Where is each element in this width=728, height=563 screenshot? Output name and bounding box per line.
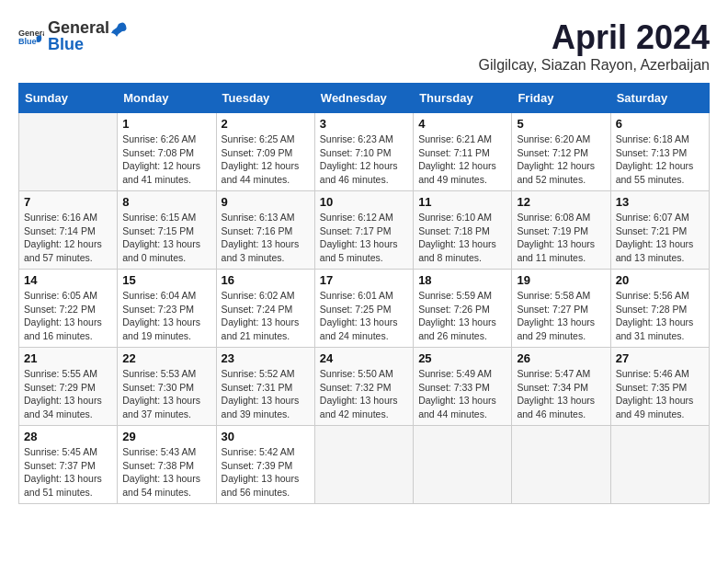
day-sunset: Sunset: 7:25 PM — [320, 304, 392, 315]
weekday-header-saturday: Saturday — [610, 84, 709, 113]
day-sunset: Sunset: 7:34 PM — [517, 382, 588, 393]
day-daylight: Daylight: 13 hours and 21 minutes. — [222, 316, 300, 341]
calendar-table: SundayMondayTuesdayWednesdayThursdayFrid… — [18, 83, 710, 504]
title-area: April 2024 Gilgilcay, Siazan Rayon, Azer… — [479, 18, 710, 74]
calendar-cell: 9 Sunrise: 6:13 AM Sunset: 7:16 PM Dayli… — [216, 191, 314, 270]
day-daylight: Daylight: 13 hours and 51 minutes. — [24, 473, 102, 498]
day-sunrise: Sunrise: 6:12 AM — [320, 212, 393, 223]
day-daylight: Daylight: 13 hours and 39 minutes. — [222, 395, 300, 419]
day-daylight: Daylight: 13 hours and 46 minutes. — [517, 395, 595, 419]
day-daylight: Daylight: 13 hours and 56 minutes. — [222, 473, 300, 498]
day-sunrise: Sunrise: 6:26 AM — [122, 133, 196, 144]
day-sunrise: Sunrise: 5:45 AM — [24, 446, 97, 457]
logo: General Blue General Blue — [18, 18, 128, 54]
day-sunrise: Sunrise: 6:16 AM — [24, 212, 97, 223]
calendar-cell: 28 Sunrise: 5:45 AM Sunset: 7:37 PM Dayl… — [19, 426, 118, 504]
day-sunset: Sunset: 7:39 PM — [222, 460, 293, 471]
day-daylight: Daylight: 13 hours and 49 minutes. — [616, 395, 694, 419]
header: General Blue General Blue April 2024 Gil… — [18, 18, 710, 74]
day-sunrise: Sunrise: 5:42 AM — [222, 446, 295, 457]
day-number: 4 — [418, 117, 506, 131]
day-sunset: Sunset: 7:19 PM — [517, 225, 588, 236]
day-sunrise: Sunrise: 5:50 AM — [320, 368, 393, 379]
calendar-cell — [314, 426, 413, 504]
calendar-cell: 26 Sunrise: 5:47 AM Sunset: 7:34 PM Dayl… — [512, 348, 610, 426]
day-sunset: Sunset: 7:10 PM — [320, 147, 392, 158]
calendar-cell — [512, 426, 610, 504]
day-sunrise: Sunrise: 6:07 AM — [616, 212, 689, 223]
day-sunset: Sunset: 7:26 PM — [418, 304, 490, 315]
day-sunset: Sunset: 7:18 PM — [418, 225, 490, 236]
day-daylight: Daylight: 13 hours and 8 minutes. — [418, 238, 496, 263]
calendar-cell: 13 Sunrise: 6:07 AM Sunset: 7:21 PM Dayl… — [610, 191, 709, 270]
calendar-cell: 16 Sunrise: 6:02 AM Sunset: 7:24 PM Dayl… — [216, 270, 314, 348]
day-daylight: Daylight: 12 hours and 57 minutes. — [24, 238, 102, 263]
day-daylight: Daylight: 13 hours and 5 minutes. — [320, 238, 398, 263]
day-sunset: Sunset: 7:22 PM — [24, 304, 96, 315]
day-daylight: Daylight: 12 hours and 49 minutes. — [418, 160, 496, 185]
day-number: 12 — [517, 195, 605, 209]
day-daylight: Daylight: 13 hours and 42 minutes. — [320, 395, 398, 419]
day-number: 2 — [222, 117, 310, 131]
day-sunrise: Sunrise: 5:46 AM — [616, 368, 689, 379]
week-row-1: 1 Sunrise: 6:26 AM Sunset: 7:08 PM Dayli… — [19, 113, 710, 191]
day-daylight: Daylight: 13 hours and 26 minutes. — [418, 316, 496, 341]
day-sunset: Sunset: 7:24 PM — [222, 304, 293, 315]
day-sunrise: Sunrise: 6:20 AM — [517, 133, 590, 144]
day-sunset: Sunset: 7:12 PM — [517, 147, 588, 158]
day-number: 7 — [24, 195, 112, 209]
day-daylight: Daylight: 13 hours and 44 minutes. — [418, 395, 496, 419]
calendar-cell: 21 Sunrise: 5:55 AM Sunset: 7:29 PM Dayl… — [19, 348, 118, 426]
calendar-cell: 24 Sunrise: 5:50 AM Sunset: 7:32 PM Dayl… — [314, 348, 413, 426]
day-daylight: Daylight: 13 hours and 3 minutes. — [222, 238, 300, 263]
day-number: 17 — [320, 273, 408, 287]
day-sunrise: Sunrise: 6:01 AM — [320, 290, 393, 301]
calendar-cell: 23 Sunrise: 5:52 AM Sunset: 7:31 PM Dayl… — [216, 348, 314, 426]
day-sunrise: Sunrise: 6:04 AM — [122, 290, 196, 301]
weekday-header-wednesday: Wednesday — [314, 84, 413, 113]
day-sunrise: Sunrise: 5:43 AM — [122, 446, 196, 457]
day-sunset: Sunset: 7:16 PM — [222, 225, 293, 236]
calendar-cell — [414, 426, 512, 504]
day-sunset: Sunset: 7:17 PM — [320, 225, 392, 236]
day-number: 5 — [517, 117, 605, 131]
day-number: 30 — [222, 430, 310, 443]
day-sunset: Sunset: 7:32 PM — [320, 382, 392, 393]
day-number: 14 — [24, 273, 112, 287]
day-daylight: Daylight: 13 hours and 31 minutes. — [616, 316, 694, 341]
day-daylight: Daylight: 12 hours and 55 minutes. — [616, 160, 694, 185]
day-number: 10 — [320, 195, 408, 209]
day-daylight: Daylight: 13 hours and 24 minutes. — [320, 316, 398, 341]
day-daylight: Daylight: 13 hours and 19 minutes. — [122, 316, 200, 341]
day-number: 6 — [616, 117, 704, 131]
day-sunrise: Sunrise: 5:47 AM — [517, 368, 590, 379]
day-sunset: Sunset: 7:13 PM — [616, 147, 688, 158]
day-daylight: Daylight: 13 hours and 29 minutes. — [517, 316, 595, 341]
day-sunrise: Sunrise: 6:15 AM — [122, 212, 196, 223]
week-row-3: 14 Sunrise: 6:05 AM Sunset: 7:22 PM Dayl… — [19, 270, 710, 348]
day-number: 20 — [616, 273, 704, 287]
day-number: 24 — [320, 351, 408, 365]
week-row-4: 21 Sunrise: 5:55 AM Sunset: 7:29 PM Dayl… — [19, 348, 710, 426]
day-sunrise: Sunrise: 5:58 AM — [517, 290, 590, 301]
calendar-cell: 12 Sunrise: 6:08 AM Sunset: 7:19 PM Dayl… — [512, 191, 610, 270]
day-sunset: Sunset: 7:14 PM — [24, 225, 96, 236]
calendar-cell: 7 Sunrise: 6:16 AM Sunset: 7:14 PM Dayli… — [19, 191, 118, 270]
day-sunrise: Sunrise: 6:21 AM — [418, 133, 492, 144]
day-sunrise: Sunrise: 6:18 AM — [616, 133, 689, 144]
calendar-cell: 15 Sunrise: 6:04 AM Sunset: 7:23 PM Dayl… — [118, 270, 216, 348]
calendar-cell: 3 Sunrise: 6:23 AM Sunset: 7:10 PM Dayli… — [314, 113, 413, 191]
day-sunset: Sunset: 7:15 PM — [122, 225, 194, 236]
day-sunrise: Sunrise: 6:25 AM — [222, 133, 295, 144]
day-sunset: Sunset: 7:37 PM — [24, 460, 96, 471]
day-sunset: Sunset: 7:31 PM — [222, 382, 293, 393]
calendar-cell: 22 Sunrise: 5:53 AM Sunset: 7:30 PM Dayl… — [118, 348, 216, 426]
day-sunset: Sunset: 7:11 PM — [418, 147, 490, 158]
day-daylight: Daylight: 12 hours and 41 minutes. — [122, 160, 200, 185]
day-number: 18 — [418, 273, 506, 287]
day-sunset: Sunset: 7:23 PM — [122, 304, 194, 315]
weekday-header-row: SundayMondayTuesdayWednesdayThursdayFrid… — [19, 84, 710, 113]
logo-icon: General Blue — [18, 24, 44, 50]
day-sunrise: Sunrise: 5:55 AM — [24, 368, 97, 379]
day-number: 25 — [418, 351, 506, 365]
